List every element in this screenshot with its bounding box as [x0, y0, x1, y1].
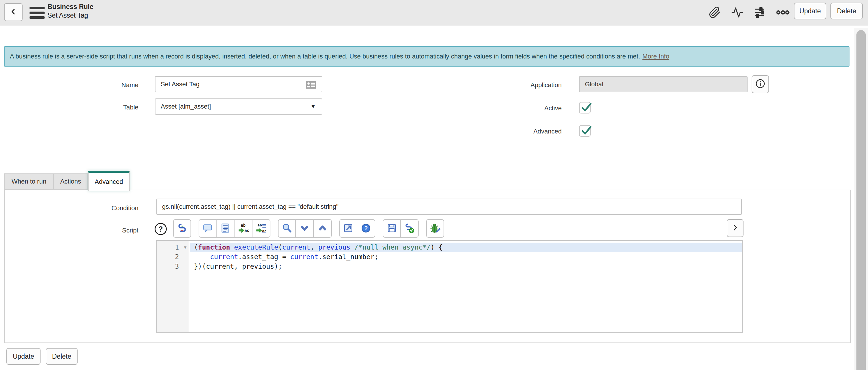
debug-bug-icon: [430, 223, 441, 235]
svg-text:ac: ac: [262, 228, 267, 233]
advanced-label: Advanced: [492, 128, 562, 135]
script-preview-icon: [177, 223, 188, 235]
editor-gutter: 1▾23: [157, 241, 189, 332]
tab-when-to-run[interactable]: When to run: [4, 174, 54, 190]
code-line[interactable]: (function executeRule(current, previous …: [190, 243, 742, 252]
table-label: Table: [69, 104, 138, 111]
code-line[interactable]: })(current, previous);: [190, 262, 742, 271]
chevron-down-icon: [299, 223, 310, 235]
checkmark-icon: [581, 101, 592, 113]
table-select[interactable]: Asset [alm_asset] ▼: [155, 98, 322, 115]
sliders-icon: [753, 6, 766, 20]
svg-text:?: ?: [364, 225, 368, 231]
personalize-form-button[interactable]: [753, 6, 766, 20]
activity-stream-button[interactable]: [731, 6, 744, 20]
checkmark-icon: [581, 124, 592, 136]
svg-text:ab: ab: [241, 223, 246, 227]
open-in-new-window-icon: [343, 223, 354, 235]
vertical-scrollbar[interactable]: [854, 28, 868, 370]
header-actions: [709, 0, 790, 26]
condition-label: Condition: [69, 205, 138, 212]
syntax-check-button[interactable]: [401, 219, 418, 238]
svg-text:ab: ab: [257, 223, 262, 227]
delete-button-footer[interactable]: Delete: [46, 348, 78, 365]
save-icon: [386, 223, 397, 235]
header-bar: Business Rule Set Asset Tag: [0, 0, 868, 26]
more-info-link[interactable]: More Info: [643, 53, 670, 60]
find-next-button[interactable]: [296, 219, 314, 238]
application-info-button[interactable]: [752, 75, 769, 93]
search-icon: [281, 223, 292, 235]
format-document-button[interactable]: [217, 219, 235, 238]
find-previous-button[interactable]: [314, 219, 332, 238]
script-editor[interactable]: 1▾23 (function executeRule(current, prev…: [156, 240, 743, 333]
update-button-footer[interactable]: Update: [6, 348, 40, 365]
script-editor-lines[interactable]: (function executeRule(current, previous …: [190, 241, 742, 332]
api-help-button[interactable]: ?: [357, 219, 375, 238]
activity-icon: [731, 6, 744, 20]
back-button[interactable]: [4, 3, 23, 21]
info-banner: A business rule is a server-side script …: [4, 46, 849, 67]
code-line[interactable]: current.asset_tag = current.serial_numbe…: [190, 252, 742, 262]
replace-button[interactable]: abac: [235, 219, 252, 238]
info-banner-text: A business rule is a server-side script …: [10, 53, 640, 60]
tab-actions[interactable]: Actions: [54, 174, 88, 190]
replace-all-button[interactable]: abac: [252, 219, 271, 238]
record-title: Business Rule Set Asset Tag: [48, 2, 94, 20]
format-document-icon: [220, 223, 231, 235]
save-button-toolbar[interactable]: [383, 219, 401, 238]
line-number: 1▾: [157, 243, 189, 252]
chevron-up-icon: [317, 223, 328, 235]
open-in-new-window-button[interactable]: [339, 219, 357, 238]
script-toolbar: abac abac: [173, 219, 444, 238]
condition-input[interactable]: [156, 198, 742, 215]
script-help-button[interactable]: ?: [155, 223, 167, 235]
delete-button-header[interactable]: Delete: [830, 3, 863, 20]
page-title: Business Rule: [48, 2, 94, 11]
toggle-comment-button[interactable]: [198, 219, 217, 238]
context-menu-icon[interactable]: [30, 7, 44, 19]
syntax-check-icon: [404, 223, 415, 235]
debug-button[interactable]: [426, 219, 444, 238]
script-preview-button[interactable]: [173, 219, 191, 238]
application-input: [579, 76, 748, 92]
application-label: Application: [492, 81, 562, 89]
tab-advanced[interactable]: Advanced: [88, 171, 130, 191]
svg-text:ac: ac: [244, 228, 249, 233]
api-help-icon: ?: [361, 223, 371, 235]
comment-bubble-icon: [202, 223, 213, 235]
scrollbar-thumb[interactable]: [857, 30, 866, 370]
editor-expand-button[interactable]: [727, 219, 744, 237]
fold-arrow-icon[interactable]: ▾: [184, 243, 186, 252]
line-number: 3: [157, 262, 189, 271]
more-options-button[interactable]: [776, 6, 790, 20]
line-number: 2: [157, 252, 189, 262]
chevron-down-icon: ▼: [310, 103, 316, 110]
active-checkbox[interactable]: [579, 102, 591, 114]
search-button[interactable]: [278, 219, 296, 238]
attachments-button[interactable]: [709, 6, 721, 20]
replace-all-icon: abac: [256, 223, 267, 235]
info-icon: [755, 79, 766, 90]
update-button-header[interactable]: Update: [794, 3, 826, 20]
script-label: Script: [69, 227, 138, 234]
replace-icon: abac: [238, 223, 249, 235]
back-chevron-icon: [9, 7, 17, 17]
chevron-right-icon: [731, 223, 739, 233]
record-name: Set Asset Tag: [48, 11, 94, 20]
advanced-checkbox[interactable]: [579, 125, 591, 137]
active-label: Active: [492, 104, 562, 112]
more-icon: [776, 6, 790, 20]
name-input[interactable]: [155, 76, 322, 92]
table-select-value: Asset [alm_asset]: [161, 103, 211, 110]
paperclip-icon: [709, 6, 721, 20]
name-label: Name: [69, 81, 138, 89]
